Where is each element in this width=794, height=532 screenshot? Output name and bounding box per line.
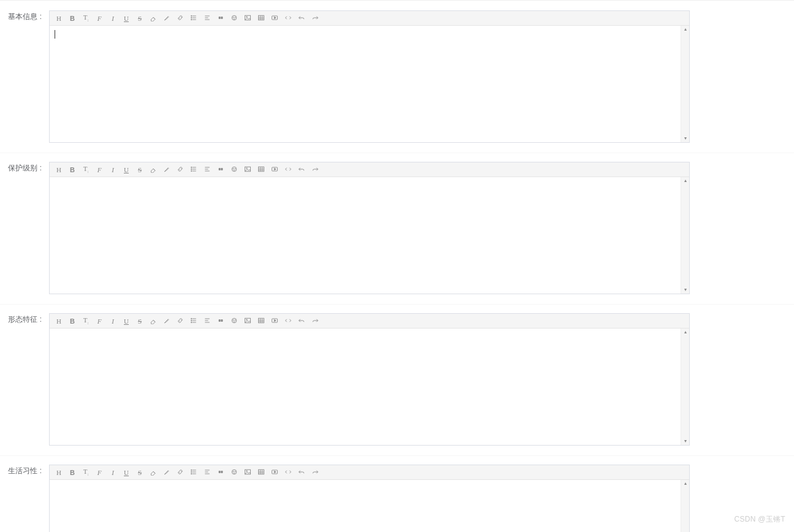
video-button[interactable] xyxy=(268,163,281,177)
undo-button[interactable] xyxy=(295,163,308,177)
fontfamily-button[interactable]: F xyxy=(93,314,106,328)
edit-content-basic[interactable] xyxy=(50,26,689,142)
table-icon xyxy=(258,14,265,23)
quote-button[interactable] xyxy=(214,163,227,177)
code-button[interactable] xyxy=(281,314,295,328)
svg-point-35 xyxy=(235,471,235,471)
video-button[interactable] xyxy=(268,12,281,25)
align-button[interactable] xyxy=(200,314,214,328)
strike-button[interactable]: S xyxy=(133,314,147,328)
bold-button[interactable]: B xyxy=(66,314,79,328)
code-button[interactable] xyxy=(281,466,295,479)
align-button[interactable] xyxy=(200,12,214,25)
fontfamily-button[interactable]: F xyxy=(93,466,106,479)
link-button[interactable] xyxy=(174,314,187,328)
heading-button[interactable]: H xyxy=(52,163,66,177)
bold-button[interactable]: B xyxy=(66,12,79,25)
strike-button[interactable]: S xyxy=(133,163,147,177)
image-button[interactable] xyxy=(241,12,254,25)
brush-icon xyxy=(163,468,170,477)
heading-button[interactable]: H xyxy=(52,314,66,328)
fontsize-button[interactable]: T: xyxy=(79,12,93,25)
image-button[interactable] xyxy=(241,314,254,328)
emoji-button[interactable] xyxy=(227,12,241,25)
forecolor-button[interactable] xyxy=(160,12,174,25)
link-button[interactable] xyxy=(174,466,187,479)
code-button[interactable] xyxy=(281,12,295,25)
quote-button[interactable] xyxy=(214,314,227,328)
emoji-button[interactable] xyxy=(227,163,241,177)
scrollbar-basic[interactable]: ▴▾ xyxy=(681,26,689,142)
editor-wrap-basic: HBT:FIUS▴▾ xyxy=(49,10,690,143)
bold-button[interactable]: B xyxy=(66,163,79,177)
forecolor-button[interactable] xyxy=(160,314,174,328)
eraser-button[interactable] xyxy=(147,12,160,25)
italic-button[interactable]: I xyxy=(106,163,120,177)
redo-button[interactable] xyxy=(308,12,322,25)
image-icon xyxy=(244,317,251,325)
image-button[interactable] xyxy=(241,466,254,479)
table-button[interactable] xyxy=(254,12,268,25)
scrollbar-protect[interactable]: ▴▾ xyxy=(681,177,689,294)
link-button[interactable] xyxy=(174,12,187,25)
forecolor-button[interactable] xyxy=(160,163,174,177)
code-icon xyxy=(284,165,292,174)
strike-button[interactable]: S xyxy=(133,466,147,479)
redo-button[interactable] xyxy=(308,466,322,479)
table-button[interactable] xyxy=(254,314,268,328)
quote-button[interactable] xyxy=(214,12,227,25)
eraser-button[interactable] xyxy=(147,466,160,479)
align-button[interactable] xyxy=(200,466,214,479)
list-button[interactable] xyxy=(187,466,200,479)
fontfamily-button[interactable]: F xyxy=(93,12,106,25)
field-label-protect: 保护级别 : xyxy=(0,162,49,174)
emoji-button[interactable] xyxy=(227,466,241,479)
edit-content-morph[interactable] xyxy=(50,329,689,445)
quote-button[interactable] xyxy=(214,466,227,479)
image-button[interactable] xyxy=(241,163,254,177)
undo-button[interactable] xyxy=(295,314,308,328)
list-button[interactable] xyxy=(187,12,200,25)
svg-point-21 xyxy=(191,320,193,321)
fontfamily-button[interactable]: F xyxy=(93,163,106,177)
svg-point-22 xyxy=(191,322,193,323)
undo-button[interactable] xyxy=(295,466,308,479)
svg-point-17 xyxy=(246,167,248,169)
underline-button[interactable]: U xyxy=(120,12,133,25)
underline-button[interactable]: U xyxy=(120,466,133,479)
fontsize-button[interactable]: T: xyxy=(79,314,93,328)
underline-button[interactable]: U xyxy=(120,314,133,328)
underline-button[interactable]: U xyxy=(120,163,133,177)
align-button[interactable] xyxy=(200,163,214,177)
fontsize-button[interactable]: T: xyxy=(79,163,93,177)
emoji-button[interactable] xyxy=(227,314,241,328)
undo-button[interactable] xyxy=(295,12,308,25)
edit-content-protect[interactable] xyxy=(50,177,689,294)
svg-point-20 xyxy=(191,318,193,319)
code-button[interactable] xyxy=(281,163,295,177)
strike-button[interactable]: S xyxy=(133,12,147,25)
strike-icon: S xyxy=(138,15,142,22)
italic-button[interactable]: I xyxy=(106,314,120,328)
list-button[interactable] xyxy=(187,163,200,177)
edit-content-habit[interactable] xyxy=(50,480,689,532)
fontsize-button[interactable]: T: xyxy=(79,466,93,479)
video-button[interactable] xyxy=(268,466,281,479)
heading-button[interactable]: H xyxy=(52,466,66,479)
bold-button[interactable]: B xyxy=(66,466,79,479)
video-button[interactable] xyxy=(268,314,281,328)
table-button[interactable] xyxy=(254,163,268,177)
redo-button[interactable] xyxy=(308,163,322,177)
eraser-button[interactable] xyxy=(147,163,160,177)
table-button[interactable] xyxy=(254,466,268,479)
eraser-button[interactable] xyxy=(147,314,160,328)
italic-button[interactable]: I xyxy=(106,466,120,479)
scrollbar-morph[interactable]: ▴▾ xyxy=(681,329,689,445)
redo-button[interactable] xyxy=(308,314,322,328)
scrollbar-habit[interactable]: ▴▾ xyxy=(681,480,689,532)
forecolor-button[interactable] xyxy=(160,466,174,479)
list-button[interactable] xyxy=(187,314,200,328)
link-button[interactable] xyxy=(174,163,187,177)
italic-button[interactable]: I xyxy=(106,12,120,25)
heading-button[interactable]: H xyxy=(52,12,66,25)
